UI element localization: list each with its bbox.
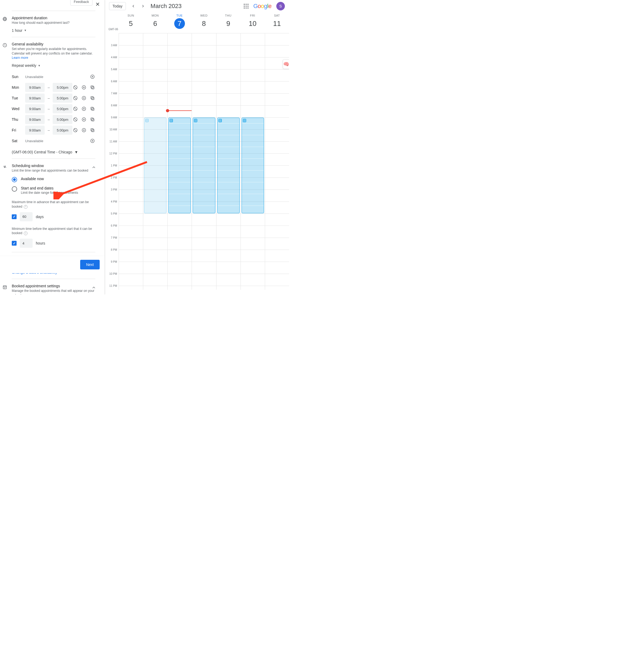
svg-rect-59 (219, 119, 220, 120)
close-icon[interactable]: ✕ (93, 0, 102, 8)
day-column-header[interactable]: MON6 (143, 14, 167, 29)
hour-label: 11 PM (109, 284, 117, 287)
svg-line-8 (74, 86, 77, 89)
add-period-icon[interactable] (81, 106, 87, 112)
hour-label: 8 AM (111, 104, 117, 107)
grid-column[interactable] (167, 33, 192, 290)
next-button[interactable]: Next (80, 260, 100, 269)
feedback-button[interactable]: Feedback (70, 0, 92, 6)
availability-block[interactable] (217, 118, 240, 213)
availability-block[interactable] (168, 118, 191, 213)
collapse-icon[interactable] (90, 164, 97, 171)
start-time-input[interactable]: 9:00am (25, 83, 45, 92)
copy-icon[interactable] (89, 127, 96, 133)
start-time-input[interactable]: 9:00am (25, 115, 45, 124)
end-time-input[interactable]: 5:00pm (53, 115, 72, 124)
booked-title: Booked appointment settings (12, 284, 96, 288)
add-period-icon[interactable] (89, 138, 96, 144)
radio-start-end-dates[interactable] (12, 186, 17, 192)
svg-rect-56 (196, 119, 197, 120)
max-advance-checkbox[interactable]: ✓ (12, 214, 16, 219)
timezone-select[interactable]: (GMT-06:00) Central Time - Chicago ▼ (12, 150, 78, 154)
hour-label: 5 AM (111, 68, 117, 71)
day-column-header[interactable]: FRI10 (240, 14, 265, 29)
grid-column[interactable] (240, 33, 265, 290)
copy-icon[interactable] (89, 106, 96, 112)
avatar[interactable]: S (276, 2, 285, 10)
start-time-input[interactable]: 9:00am (25, 94, 45, 103)
duration-select[interactable]: 1 hour ▼ (12, 28, 27, 33)
settings-panel[interactable]: Feedback ✕ Appointment duration How long… (0, 0, 105, 294)
availability-block[interactable] (241, 118, 264, 213)
copy-icon[interactable] (89, 84, 96, 91)
add-period-icon[interactable] (89, 74, 96, 80)
duration-title: Appointment duration (12, 16, 96, 20)
svg-rect-13 (91, 86, 93, 88)
help-icon[interactable]: ? (24, 205, 28, 209)
hour-label: 12 PM (109, 152, 117, 155)
svg-rect-64 (245, 119, 245, 120)
svg-rect-60 (220, 119, 221, 120)
hour-label: 1 PM (111, 164, 117, 167)
svg-rect-51 (170, 119, 171, 120)
availability-block[interactable] (193, 118, 215, 213)
unavailable-icon[interactable] (72, 95, 78, 101)
unavailable-icon[interactable] (72, 116, 78, 122)
day-column-header[interactable]: SAT11 (265, 14, 289, 29)
add-period-icon[interactable] (81, 84, 87, 91)
availability-title: General availability (12, 42, 96, 46)
day-column-header[interactable]: TUE7 (167, 14, 192, 29)
next-week-button[interactable] (139, 2, 147, 10)
copy-icon[interactable] (89, 116, 96, 122)
unavailable-icon[interactable] (72, 84, 78, 91)
end-time-input[interactable]: 5:00pm (53, 125, 72, 135)
radio-available-now[interactable] (12, 177, 17, 182)
day-column-header[interactable]: SUN5 (119, 14, 143, 29)
add-period-icon[interactable] (81, 116, 87, 122)
apps-icon[interactable] (244, 4, 249, 8)
grid-column[interactable] (119, 33, 143, 290)
min-before-input[interactable]: 4 (20, 239, 33, 248)
svg-rect-48 (147, 119, 148, 120)
end-time-input[interactable]: 5:00pm (53, 94, 72, 103)
svg-rect-57 (194, 121, 195, 121)
availability-block[interactable] (144, 118, 166, 213)
start-time-input[interactable]: 9:00am (25, 104, 45, 113)
brain-extension-tab[interactable]: 🧠 (283, 59, 289, 69)
max-advance-input[interactable]: 60 (20, 212, 33, 221)
min-before-checkbox[interactable]: ✓ (12, 241, 16, 246)
repeat-select[interactable]: Repeat weekly ▼ (12, 63, 41, 68)
hour-label: 2 PM (111, 176, 117, 179)
grid-column[interactable] (143, 33, 167, 290)
grid-column[interactable] (216, 33, 240, 290)
unavailable-icon[interactable] (72, 127, 78, 133)
grid-column[interactable] (192, 33, 216, 290)
collapse-icon[interactable] (90, 284, 97, 291)
copy-icon[interactable] (89, 95, 96, 101)
add-period-icon[interactable] (81, 127, 87, 133)
svg-rect-49 (146, 121, 147, 121)
day-column-header[interactable]: THU9 (216, 14, 240, 29)
unavailable-text: Unavailable (25, 75, 89, 79)
svg-rect-50 (147, 121, 148, 121)
add-period-icon[interactable] (81, 95, 87, 101)
hour-label: 7 PM (111, 236, 117, 239)
learn-more-link[interactable]: Learn more (12, 56, 28, 60)
hour-label: 7 AM (111, 92, 117, 95)
chevron-down-icon: ▼ (24, 29, 27, 32)
prev-week-button[interactable] (129, 2, 138, 10)
svg-line-15 (74, 97, 77, 100)
unavailable-icon[interactable] (72, 106, 78, 112)
svg-rect-34 (91, 118, 93, 120)
end-time-input[interactable]: 5:00pm (53, 104, 72, 113)
day-label: Fri (12, 128, 25, 132)
start-time-input[interactable]: 9:00am (25, 125, 45, 135)
help-icon[interactable]: ? (24, 231, 28, 235)
grid-column[interactable] (265, 33, 289, 290)
end-time-input[interactable]: 5:00pm (53, 83, 72, 92)
day-row: Mon9:00am–5:00pm (12, 82, 96, 93)
today-button[interactable]: Today (109, 2, 126, 10)
svg-rect-63 (243, 119, 244, 120)
svg-rect-45 (3, 286, 6, 289)
day-column-header[interactable]: WED8 (192, 14, 216, 29)
